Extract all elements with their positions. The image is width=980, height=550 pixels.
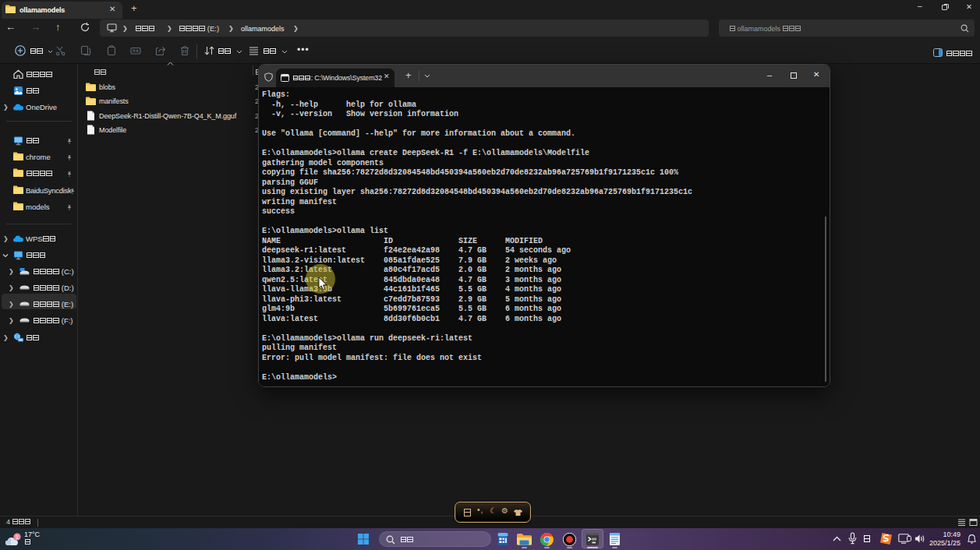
svg-text:1: 1 <box>16 534 19 540</box>
